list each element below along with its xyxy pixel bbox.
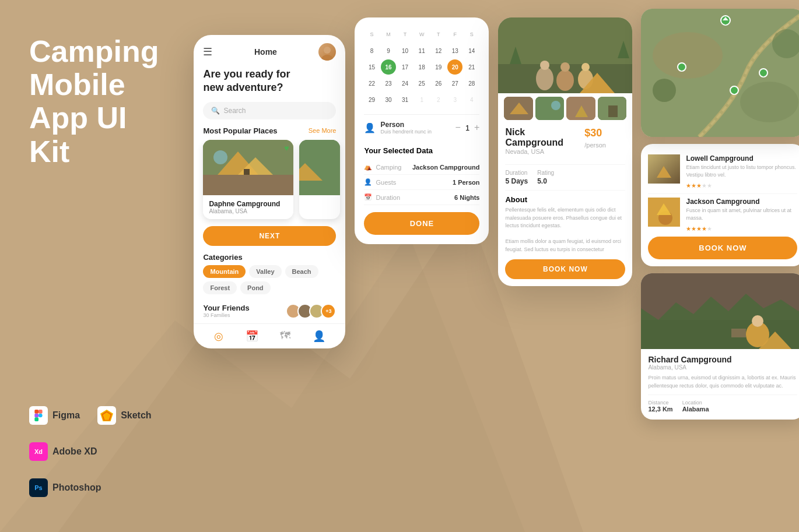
cal-day-n2: 2 bbox=[431, 92, 446, 107]
duration-label: Duration bbox=[376, 194, 400, 201]
cal-day-14[interactable]: 14 bbox=[464, 43, 479, 58]
cglist-lowell: Lowell Campground Etiam tincidunt ut jus… bbox=[648, 151, 797, 193]
cal-day-15[interactable]: 15 bbox=[364, 59, 379, 75]
search-bar[interactable]: 🔍 Search bbox=[203, 102, 336, 119]
footer-profile-icon[interactable]: 👤 bbox=[313, 330, 325, 343]
person-icon: 👤 bbox=[364, 122, 376, 133]
cal-day-24[interactable]: 24 bbox=[398, 76, 413, 91]
cal-day-11[interactable]: 11 bbox=[414, 43, 429, 58]
place-name: Daphne Campground bbox=[209, 200, 288, 208]
stat-rating: Rating 5.0 bbox=[537, 170, 554, 185]
see-more-link[interactable]: See More bbox=[309, 127, 337, 134]
book-now-button-detail[interactable]: BOOK NOW bbox=[505, 259, 625, 279]
thumb-1[interactable] bbox=[504, 97, 533, 120]
cglist-jackson: Jackson Campground Fusce in quam sit ame… bbox=[648, 193, 797, 237]
svg-point-24 bbox=[556, 70, 574, 91]
cal-day-18[interactable]: 18 bbox=[414, 59, 429, 75]
cal-day-16[interactable]: 16 bbox=[381, 59, 396, 75]
person-label: Person bbox=[380, 121, 432, 129]
friends-avatars: +3 bbox=[289, 304, 336, 319]
footer-map-icon[interactable]: 🗺 bbox=[280, 330, 290, 343]
cal-day-12[interactable]: 12 bbox=[431, 43, 446, 58]
cal-day-20[interactable]: 20 bbox=[447, 59, 462, 75]
cat-pond[interactable]: Pond bbox=[240, 281, 271, 294]
detail-price-unit: /person bbox=[584, 142, 606, 149]
cal-day-21[interactable]: 21 bbox=[464, 59, 479, 75]
phone-greeting: Are you ready fornew adventure? bbox=[194, 65, 345, 102]
cal-day-8[interactable]: 8 bbox=[364, 43, 379, 58]
detail-location: Nevada, USA bbox=[505, 148, 584, 155]
cat-beach[interactable]: Beach bbox=[285, 265, 318, 278]
main-layout: Camping Mobile App UI Kit Figma bbox=[0, 0, 799, 532]
cal-day-25[interactable]: 25 bbox=[414, 76, 429, 91]
cal-day-n1: 1 bbox=[414, 92, 429, 107]
richard-content: Richard Campground Alabama, USA Proin ma… bbox=[641, 349, 799, 420]
categories-title: Categories bbox=[203, 253, 336, 262]
sketch-icon bbox=[97, 406, 116, 425]
about-text: Pellentesque felis elit, elementum quis … bbox=[505, 206, 625, 253]
place-card-daphne: ♥ Daphne Campground Alabama, USA bbox=[203, 140, 293, 219]
next-button[interactable]: NEXT bbox=[203, 226, 336, 246]
book-now-button-list[interactable]: BOOK NOW bbox=[648, 237, 797, 259]
cat-valley[interactable]: Valley bbox=[249, 265, 281, 278]
decrement-button[interactable]: − bbox=[455, 122, 461, 133]
footer-explore-icon[interactable]: ◎ bbox=[214, 330, 223, 343]
thumb-2[interactable] bbox=[535, 97, 565, 120]
tool-sketch: Sketch bbox=[97, 406, 151, 425]
increment-button[interactable]: + bbox=[474, 122, 479, 133]
center-area: ☰ Home Are you ready fornew adventure? 🔍… bbox=[188, 0, 638, 532]
person-counter: − 1 + bbox=[455, 122, 480, 133]
cal-header-s1: S bbox=[364, 27, 379, 42]
cal-day-30[interactable]: 30 bbox=[381, 92, 396, 107]
person-sublabel: Duis hendrerit nunc in bbox=[380, 129, 432, 135]
cal-header-f: F bbox=[447, 27, 462, 42]
distance-label: Distance bbox=[648, 400, 672, 406]
done-button[interactable]: DONE bbox=[364, 212, 479, 235]
svg-point-10 bbox=[324, 47, 331, 54]
thumb-4[interactable] bbox=[598, 97, 627, 120]
svg-point-11 bbox=[321, 55, 333, 61]
hamburger-icon[interactable]: ☰ bbox=[203, 45, 212, 58]
cal-day-10[interactable]: 10 bbox=[398, 43, 413, 58]
popular-title: Most Popular Places bbox=[203, 126, 277, 135]
thumb-3[interactable] bbox=[566, 97, 595, 120]
cal-day-23[interactable]: 23 bbox=[381, 76, 396, 91]
phone-footer: ◎ 📅 🗺 👤 bbox=[194, 323, 345, 348]
svg-rect-38 bbox=[608, 105, 618, 117]
detail-stats: Duration 5 Days Rating 5.0 bbox=[505, 164, 625, 191]
cal-day-26[interactable]: 26 bbox=[431, 76, 446, 91]
cal-day-19[interactable]: 19 bbox=[431, 59, 446, 75]
duration-value: 5 Days bbox=[505, 177, 528, 185]
cal-day-n3: 3 bbox=[447, 92, 462, 107]
phone-home-title: Home bbox=[254, 47, 277, 57]
svg-point-34 bbox=[551, 101, 560, 110]
footer-calendar-icon[interactable]: 📅 bbox=[246, 330, 258, 343]
cal-day-27[interactable]: 27 bbox=[447, 76, 462, 91]
cal-day-13[interactable]: 13 bbox=[447, 43, 462, 58]
cat-forest[interactable]: Forest bbox=[203, 281, 237, 294]
cal-day-29[interactable]: 29 bbox=[364, 92, 379, 107]
map-background bbox=[641, 9, 799, 137]
place-card-richard bbox=[299, 140, 340, 219]
richard-description: Proin matus urna, euismod ut dignissim a… bbox=[648, 374, 797, 390]
cal-day-22[interactable]: 22 bbox=[364, 76, 379, 91]
cal-day-n4: 4 bbox=[464, 92, 479, 107]
cal-day-9[interactable]: 9 bbox=[381, 43, 396, 58]
lowell-info: Lowell Campground Etiam tincidunt ut jus… bbox=[686, 154, 797, 190]
place-image-daphne: ♥ bbox=[203, 140, 293, 195]
place-info-daphne: Daphne Campground Alabama, USA bbox=[203, 195, 293, 219]
map-card bbox=[641, 9, 799, 137]
cat-mountain[interactable]: Mountain bbox=[203, 265, 246, 278]
figma-icon bbox=[29, 406, 48, 425]
tools-row: Figma Sketch Xd Adobe XD bbox=[29, 406, 159, 509]
favorite-icon[interactable]: ♥ bbox=[284, 143, 289, 153]
svg-point-22 bbox=[536, 67, 553, 90]
about-section: About Pellentesque felis elit, elementum… bbox=[505, 195, 625, 253]
guests-value: 1 Person bbox=[453, 179, 479, 186]
cal-day-28[interactable]: 28 bbox=[464, 76, 479, 91]
cal-day-17[interactable]: 17 bbox=[398, 59, 413, 75]
xd-label: Adobe XD bbox=[52, 446, 97, 457]
cal-day-31[interactable]: 31 bbox=[398, 92, 413, 107]
place-location: Alabama, USA bbox=[209, 208, 288, 214]
richard-location-stat: Location Alabama bbox=[682, 400, 709, 413]
